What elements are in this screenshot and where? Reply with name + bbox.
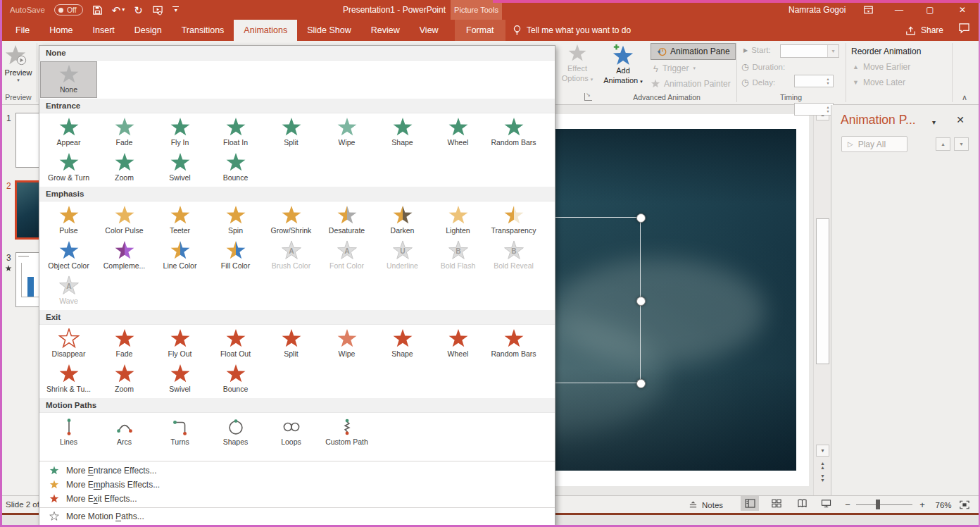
animation-grow-shrink[interactable]: Grow/Shrink [263,203,319,238]
animation-shapes[interactable]: Shapes [208,414,263,450]
animation-fly-in[interactable]: Fly In [152,115,208,150]
start-combobox-dropdown-icon[interactable]: ▾ [827,45,838,57]
zoom-in-button[interactable]: + [917,496,928,514]
animation-fill-color[interactable]: Fill Color [208,238,263,273]
start-combobox[interactable]: ▾ [780,44,839,58]
animation-bold-reveal[interactable]: BBold Reveal [486,238,541,273]
animation-wipe[interactable]: Wipe [319,326,375,361]
animation-grow-turn[interactable]: Grow & Turn [41,150,96,185]
close-button[interactable]: ✕ [952,0,973,20]
animation-underline[interactable]: UUnderline [375,238,430,273]
collapse-ribbon-button[interactable]: ∧ [962,93,967,102]
scroll-down-button[interactable]: ▾ [816,445,829,457]
animation-pulse[interactable]: Pulse [41,203,96,238]
effect-options-button[interactable]: Effect Options ▾ [559,44,596,84]
animation-zoom[interactable]: Zoom [96,361,152,397]
animation-wheel[interactable]: Wheel [430,115,486,150]
customize-qat-button[interactable]: ▾ [172,6,179,14]
move-later-button[interactable]: ▼ Move Later [853,78,905,87]
comments-button[interactable] [958,23,970,34]
slide-thumbnail-2[interactable]: 2 [2,180,43,240]
animation-loops[interactable]: Loops [263,414,319,450]
duration-spinbox[interactable]: ▴ ▾ [794,75,834,87]
animation-random-bars[interactable]: Random Bars [486,115,541,150]
animation-font-color[interactable]: AFont Color [319,238,375,273]
reading-view-button[interactable] [793,496,811,511]
animation-darken[interactable]: Darken [375,203,430,238]
notes-button[interactable]: Notes [689,496,723,514]
next-slide-button[interactable]: ▼ ▼ [817,474,828,483]
add-animation-button[interactable]: Add Animation ▾ [600,43,646,86]
animation-bounce[interactable]: Bounce [208,150,263,185]
save-icon[interactable] [92,5,103,16]
fit-slide-button[interactable] [956,496,973,514]
menu-item-more-emphasis-effects[interactable]: More Emphasis Effects... [39,478,555,492]
zoom-slider-thumb[interactable] [876,500,880,509]
animation-shape[interactable]: Shape [375,115,430,150]
animation-wheel[interactable]: Wheel [430,326,486,361]
animation-float-out[interactable]: Float Out [208,326,263,361]
selection-handle-middle-right[interactable] [636,297,646,306]
zoom-out-button[interactable]: − [842,496,853,514]
animation-pane-dropdown-icon[interactable]: ▾ [932,118,936,126]
dialog-launcher-button[interactable]: ↘ [584,93,592,101]
animation-desaturate[interactable]: Desaturate [319,203,375,238]
animation-float-in[interactable]: Float In [208,115,263,150]
previous-slide-button[interactable]: ▲ ▲ [817,461,828,470]
move-earlier-button[interactable]: ▲ Move Earlier [853,62,910,72]
animation-appear[interactable]: Appear [41,115,96,150]
animation-lighten[interactable]: Lighten [430,203,486,238]
animation-compleme[interactable]: Compleme... [96,238,152,273]
tab-animations[interactable]: Animations [234,20,297,41]
share-button[interactable]: Share [905,20,943,41]
animation-wave[interactable]: AWave [41,273,96,309]
animation-split[interactable]: Split [263,115,319,150]
tab-slide-show[interactable]: Slide Show [297,20,361,41]
animation-shape[interactable]: Shape [375,326,430,361]
menu-item-more-entrance-effects[interactable]: More Entrance Effects... [39,464,555,478]
tab-format[interactable]: Format [455,20,505,41]
autosave-toggle[interactable]: Off [54,4,83,16]
tab-design[interactable]: Design [125,20,172,41]
animation-painter-button[interactable]: Animation Painter [651,77,731,91]
animation-color-pulse[interactable]: Color Pulse [96,203,152,238]
animation-disappear[interactable]: Disappear [41,326,96,361]
animation-wipe[interactable]: Wipe [319,115,375,150]
animation-fade[interactable]: Fade [96,326,152,361]
delay-spinbox[interactable]: ▴ ▾ [794,103,834,116]
animation-pane-button[interactable]: Animation Pane [651,43,736,60]
tab-review[interactable]: Review [361,20,410,41]
duration-down-icon[interactable]: ▾ [824,81,831,85]
pane-move-down-button[interactable]: ▾ [954,137,969,151]
vertical-scrollbar[interactable]: ▴ ▾ ▲ ▲ ▼ ▼ [813,105,831,495]
tell-me-box[interactable]: Tell me what you want to do [513,20,631,41]
animation-none[interactable]: None [41,62,96,97]
animation-bounce[interactable]: Bounce [208,361,263,397]
animation-teeter[interactable]: Teeter [152,203,208,238]
animation-bold-flash[interactable]: BBold Flash [430,238,486,273]
animation-line-color[interactable]: Line Color [152,238,208,273]
menu-item-more-exit-effects[interactable]: More Exit Effects... [39,492,555,506]
slide-thumbnail-3[interactable]: 3 [2,252,43,307]
zoom-level[interactable]: 76% [931,496,956,514]
animation-fly-out[interactable]: Fly Out [152,326,208,361]
selection-handle-bottom-right[interactable] [636,379,646,388]
animation-shrink-tu[interactable]: Shrink & Tu... [41,361,96,397]
pane-move-up-button[interactable]: ▴ [936,137,950,151]
animation-fade[interactable]: Fade [96,115,152,150]
normal-view-button[interactable] [741,496,759,511]
zoom-slider-track[interactable] [856,504,912,505]
animation-spin[interactable]: Spin [208,203,263,238]
animation-pane-close-icon[interactable]: ✕ [956,114,965,125]
start-from-beginning-button[interactable] [152,5,163,16]
zoom-slider[interactable] [856,496,912,514]
animation-random-bars[interactable]: Random Bars [486,326,541,361]
play-all-button[interactable]: ▷ Play All [841,136,907,152]
slideshow-view-button[interactable] [817,496,835,511]
slide-thumbnail-1[interactable]: 1 [2,113,43,168]
tab-file[interactable]: File [6,20,39,41]
animation-transparency[interactable]: Transparency [486,203,541,238]
undo-button[interactable]: ↶ ▾ [112,5,125,16]
animation-split[interactable]: Split [263,326,319,361]
animation-lines[interactable]: Lines [41,414,96,450]
